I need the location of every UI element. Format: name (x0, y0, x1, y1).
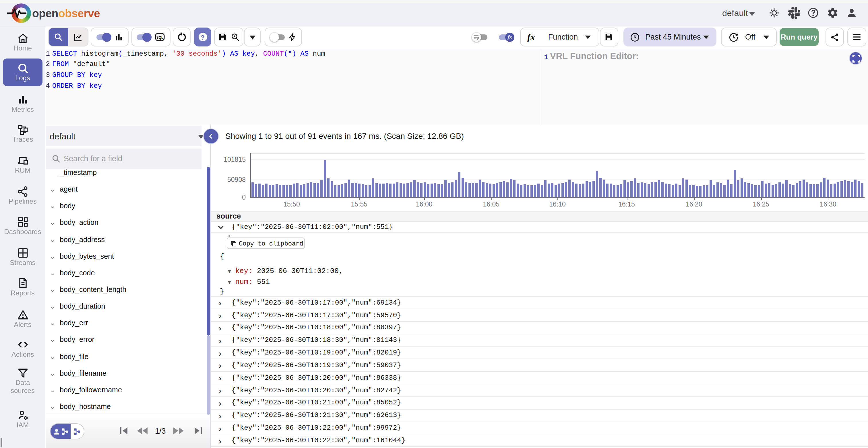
svg-text:SQL: SQL (156, 36, 163, 40)
